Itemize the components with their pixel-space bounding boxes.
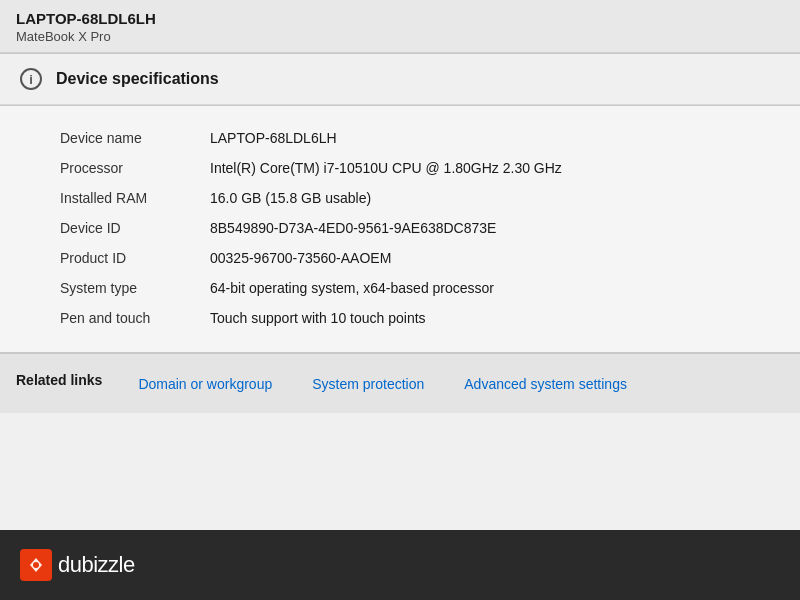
link-advanced-system-settings[interactable]: Advanced system settings xyxy=(444,354,647,413)
spec-label-3: Device ID xyxy=(60,220,210,236)
spec-value-2: 16.0 GB (15.8 GB usable) xyxy=(210,190,371,206)
watermark-area: dubizzle xyxy=(0,530,800,600)
model-name: MateBook X Pro xyxy=(16,29,784,44)
link-system-protection[interactable]: System protection xyxy=(292,354,444,413)
related-links-bar: Related links Domain or workgroup System… xyxy=(0,353,800,413)
spec-row-2: Installed RAM16.0 GB (15.8 GB usable) xyxy=(60,184,776,214)
spec-value-3: 8B549890-D73A-4ED0-9561-9AE638DC873E xyxy=(210,220,496,236)
spec-row-6: Pen and touchTouch support with 10 touch… xyxy=(60,304,776,334)
section-header: i Device specifications xyxy=(0,54,800,105)
spec-value-1: Intel(R) Core(TM) i7-10510U CPU @ 1.80GH… xyxy=(210,160,562,176)
section-title: Device specifications xyxy=(56,70,219,88)
dubizzle-text: dubizzle xyxy=(58,552,135,578)
spec-label-1: Processor xyxy=(60,160,210,176)
link-domain-or-workgroup[interactable]: Domain or workgroup xyxy=(118,354,292,413)
spec-value-6: Touch support with 10 touch points xyxy=(210,310,426,326)
spec-label-0: Device name xyxy=(60,130,210,146)
spec-label-5: System type xyxy=(60,280,210,296)
svg-point-0 xyxy=(33,562,39,568)
specs-container: Device nameLAPTOP-68LDL6LHProcessorIntel… xyxy=(0,106,800,352)
top-bar: LAPTOP-68LDL6LH MateBook X Pro xyxy=(0,0,800,53)
related-links-label: Related links xyxy=(0,354,118,413)
spec-label-2: Installed RAM xyxy=(60,190,210,206)
spec-value-4: 00325-96700-73560-AAOEM xyxy=(210,250,391,266)
spec-label-4: Product ID xyxy=(60,250,210,266)
spec-value-0: LAPTOP-68LDL6LH xyxy=(210,130,337,146)
dubizzle-logo: dubizzle xyxy=(20,549,135,581)
info-icon: i xyxy=(20,68,42,90)
spec-row-1: ProcessorIntel(R) Core(TM) i7-10510U CPU… xyxy=(60,154,776,184)
spec-row-4: Product ID00325-96700-73560-AAOEM xyxy=(60,244,776,274)
spec-row-3: Device ID8B549890-D73A-4ED0-9561-9AE638D… xyxy=(60,214,776,244)
spec-label-6: Pen and touch xyxy=(60,310,210,326)
spec-row-5: System type64-bit operating system, x64-… xyxy=(60,274,776,304)
spec-value-5: 64-bit operating system, x64-based proce… xyxy=(210,280,494,296)
spec-row-0: Device nameLAPTOP-68LDL6LH xyxy=(60,124,776,154)
dubizzle-icon xyxy=(20,549,52,581)
computer-name: LAPTOP-68LDL6LH xyxy=(16,10,784,27)
